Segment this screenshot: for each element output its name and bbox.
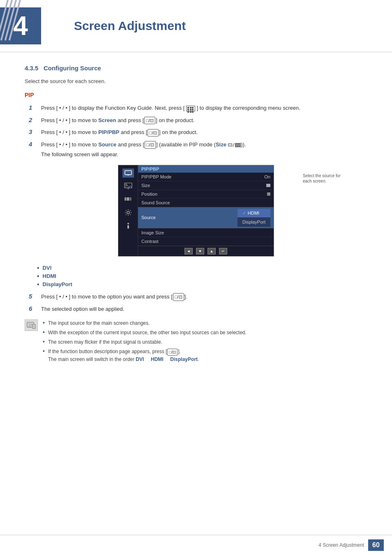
subsection-label: PIP bbox=[25, 92, 367, 98]
chapter-title: Screen Adjustment bbox=[74, 19, 186, 33]
menu-row-source: Source ✓ HDMI DisplayPort bbox=[138, 207, 274, 229]
menu-icon-display bbox=[122, 169, 134, 178]
menu-row-contrast: Contrast bbox=[138, 237, 274, 246]
svg-rect-9 bbox=[129, 197, 131, 201]
menu-screenshot-container: PIP/PBP PIP/PBP Mode On Size Position So… bbox=[93, 165, 299, 257]
menu-main-panel: PIP/PBP PIP/PBP Mode On Size Position So… bbox=[138, 165, 274, 256]
note-content: • The input source for the main screen c… bbox=[43, 319, 367, 365]
option-hdmi: • HDMI bbox=[37, 273, 367, 280]
steps-list: 1 Press [ • / • ] to display the Functio… bbox=[25, 104, 367, 159]
step-6: 6 The selected option will be applied. bbox=[25, 305, 367, 313]
option-dvi: • DVI bbox=[37, 265, 367, 271]
step-2: 2 Press [ • / • ] to move to Screen and … bbox=[25, 116, 367, 125]
menu-submenu-hdmi: ✓ HDMI bbox=[238, 209, 270, 218]
menu-screenshot: PIP/PBP PIP/PBP Mode On Size Position So… bbox=[118, 165, 274, 257]
footer-chapter-label: 4 Screen Adjustment bbox=[318, 542, 364, 548]
nav-down: ▼ bbox=[196, 248, 204, 254]
section-heading: 4.3.5 Configuring Source bbox=[25, 65, 367, 72]
step-1: 1 Press [ • / • ] to display the Functio… bbox=[25, 104, 367, 112]
intro-text: Select the source for each screen. bbox=[25, 78, 367, 84]
menu-tooltip: Select the source for each screen. bbox=[303, 173, 348, 184]
menu-row-imagesize: Image Size bbox=[138, 229, 274, 237]
menu-bottom-bar: ◄ ▼ ▲ ↵ bbox=[138, 246, 274, 256]
page-footer: 4 Screen Adjustment 60 bbox=[0, 535, 392, 555]
content-area: 4.3.5 Configuring Source Select the sour… bbox=[0, 65, 392, 396]
notes-list: • The input source for the main screen c… bbox=[43, 319, 367, 363]
step-4: 4 Press [ • / • ] to move to Source and … bbox=[25, 141, 367, 159]
svg-point-10 bbox=[127, 211, 129, 214]
option-displayport: • DisplayPort bbox=[37, 281, 367, 288]
nav-up: ▲ bbox=[208, 248, 216, 254]
svg-point-4 bbox=[125, 184, 127, 185]
note-1: • The input source for the main screen c… bbox=[43, 319, 367, 327]
menu-row-size: Size bbox=[138, 181, 274, 190]
menu-row-position: Position bbox=[138, 190, 274, 199]
svg-rect-7 bbox=[125, 197, 127, 201]
svg-rect-0 bbox=[125, 171, 131, 175]
menu-icon-picture bbox=[122, 182, 134, 191]
menu-submenu-source: ✓ HDMI DisplayPort bbox=[238, 209, 270, 227]
menu-icon-info bbox=[122, 221, 134, 230]
menu-row-mode: PIP/PBP Mode On bbox=[138, 173, 274, 181]
note-4: • If the function button description pag… bbox=[43, 348, 367, 363]
svg-rect-12 bbox=[127, 225, 129, 229]
step-3: 3 Press [ • / • ] to move to PIP/PBP and… bbox=[25, 128, 367, 136]
step-5: 5 Press [ • / • ] to move to the option … bbox=[25, 293, 367, 301]
page-header: 4 Screen Adjustment bbox=[0, 0, 392, 52]
note-icon bbox=[25, 319, 38, 331]
nav-left: ◄ bbox=[184, 248, 193, 254]
menu-icon-settings bbox=[122, 208, 134, 217]
menu-icon-color bbox=[122, 195, 134, 204]
note-3: • The screen may flicker if the input si… bbox=[43, 338, 367, 346]
footer-page-number: 60 bbox=[368, 539, 384, 551]
nav-enter: ↵ bbox=[219, 248, 227, 254]
svg-rect-8 bbox=[127, 197, 129, 201]
svg-point-11 bbox=[127, 223, 129, 224]
menu-header-title: PIP/PBP bbox=[138, 165, 274, 173]
note-2: • With the exception of the current inpu… bbox=[43, 329, 367, 336]
step6-text: The selected option will be applied. bbox=[41, 305, 124, 313]
notes-section: • The input source for the main screen c… bbox=[25, 319, 367, 365]
step4-sub: The following screen will appear. bbox=[41, 150, 246, 159]
menu-sidebar bbox=[118, 165, 138, 256]
section-number: 4.3.5 Configuring Source bbox=[25, 65, 101, 72]
options-list: • DVI • HDMI • DisplayPort bbox=[37, 265, 367, 288]
menu-submenu-displayport: DisplayPort bbox=[238, 218, 270, 227]
menu-row-sound: Sound Source bbox=[138, 199, 274, 207]
